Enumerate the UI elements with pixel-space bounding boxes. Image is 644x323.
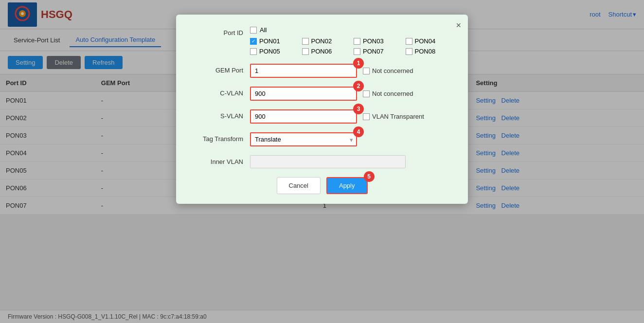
gem-port-input[interactable] [250, 64, 357, 78]
port-label: PON02 [311, 37, 332, 45]
port-id-row: Port ID All PON01 PON02 PON03 PON04 PON0… [192, 26, 452, 55]
cvlan-not-concerned-label: Not concerned [372, 90, 413, 97]
port-grid: PON01 PON02 PON03 PON04 PON05 PON06 PON0… [250, 37, 452, 55]
modal-close-button[interactable]: × [456, 20, 461, 31]
port-checkbox-pon06[interactable] [302, 48, 309, 55]
gem-port-badge: 1 [353, 58, 364, 69]
svlan-label: S-VLAN [192, 109, 250, 120]
port-item: PON08 [406, 48, 453, 55]
port-label: PON07 [363, 48, 384, 55]
gem-not-concerned-label: Not concerned [372, 67, 413, 74]
port-label: PON06 [311, 48, 332, 55]
modal-overlay: × Port ID All PON01 PON02 PON03 PON04 [0, 0, 644, 323]
tag-transform-badge: 4 [353, 126, 364, 137]
port-checkbox-pon04[interactable] [406, 38, 412, 45]
port-checkbox-pon02[interactable] [302, 38, 309, 45]
gem-port-row: GEM Port 1 Not concerned [192, 64, 452, 78]
gem-not-concerned-checkbox[interactable] [363, 68, 370, 74]
port-checkbox-pon05[interactable] [250, 48, 257, 55]
inner-vlan-row: Inner VLAN [192, 155, 452, 168]
port-checkbox-pon01[interactable] [250, 38, 257, 45]
apply-badge: 5 [364, 171, 375, 182]
port-item: PON01 [250, 37, 297, 45]
cancel-button[interactable]: Cancel [277, 177, 321, 194]
gem-not-concerned: Not concerned [363, 67, 413, 74]
gem-port-controls: 1 Not concerned [250, 64, 452, 78]
svlan-row: S-VLAN 3 VLAN Transparent [192, 109, 452, 124]
modal: × Port ID All PON01 PON02 PON03 PON04 [176, 15, 468, 204]
svlan-transparent-checkbox[interactable] [363, 113, 370, 120]
tag-transform-label: Tag Transform [192, 132, 250, 143]
port-checkbox-pon07[interactable] [354, 48, 360, 55]
svlan-badge-wrapper: 3 [250, 109, 357, 124]
port-id-area: All PON01 PON02 PON03 PON04 PON05 PON06 … [250, 26, 452, 55]
port-id-label: Port ID [192, 26, 250, 36]
all-checkbox[interactable] [250, 27, 257, 34]
inner-vlan-label: Inner VLAN [192, 155, 250, 165]
svlan-vlan-transparent: VLAN Transparent [363, 113, 424, 120]
cvlan-label: C-VLAN [192, 87, 250, 97]
port-all-row: All [250, 26, 452, 34]
port-label: PON04 [415, 37, 436, 45]
modal-footer: Cancel Apply 5 [192, 177, 452, 194]
port-item: PON04 [406, 37, 453, 45]
all-label: All [260, 26, 267, 34]
tag-transform-badge-wrapper: Translate Add Remove No Change 4 [250, 132, 357, 146]
port-item: PON05 [250, 48, 297, 55]
apply-button[interactable]: Apply [326, 177, 368, 194]
cvlan-not-concerned: Not concerned [363, 90, 413, 97]
port-id-controls: All PON01 PON02 PON03 PON04 PON05 PON06 … [250, 26, 452, 55]
port-item: PON03 [354, 37, 401, 45]
cvlan-badge: 2 [353, 81, 364, 91]
cvlan-input[interactable] [250, 87, 357, 101]
port-checkbox-pon03[interactable] [354, 38, 360, 45]
port-item: PON06 [302, 48, 349, 55]
port-label: PON01 [259, 37, 280, 45]
port-label: PON03 [363, 37, 384, 45]
cvlan-not-concerned-checkbox[interactable] [363, 90, 370, 97]
cvlan-controls: 2 Not concerned [250, 87, 452, 101]
cvlan-row: C-VLAN 2 Not concerned [192, 87, 452, 101]
apply-badge-wrapper: Apply 5 [326, 177, 368, 194]
inner-vlan-controls [250, 155, 452, 168]
tag-transform-row: Tag Transform Translate Add Remove No Ch… [192, 132, 452, 146]
tag-transform-select[interactable]: Translate Add Remove No Change [250, 132, 357, 146]
cvlan-badge-wrapper: 2 [250, 87, 357, 101]
tag-transform-select-wrapper: Translate Add Remove No Change [250, 132, 357, 146]
port-item: PON02 [302, 37, 349, 45]
port-item: PON07 [354, 48, 401, 55]
svlan-controls: 3 VLAN Transparent [250, 109, 452, 124]
gem-port-label: GEM Port [192, 64, 250, 74]
gem-port-badge-wrapper: 1 [250, 64, 357, 78]
tag-transform-controls: Translate Add Remove No Change 4 [250, 132, 452, 146]
svlan-option-label: VLAN Transparent [372, 113, 424, 120]
inner-vlan-input[interactable] [250, 155, 406, 168]
svlan-badge: 3 [353, 104, 364, 114]
svlan-input[interactable] [250, 109, 357, 124]
port-label: PON08 [415, 48, 436, 55]
port-checkbox-pon08[interactable] [406, 48, 412, 55]
port-label: PON05 [259, 48, 280, 55]
